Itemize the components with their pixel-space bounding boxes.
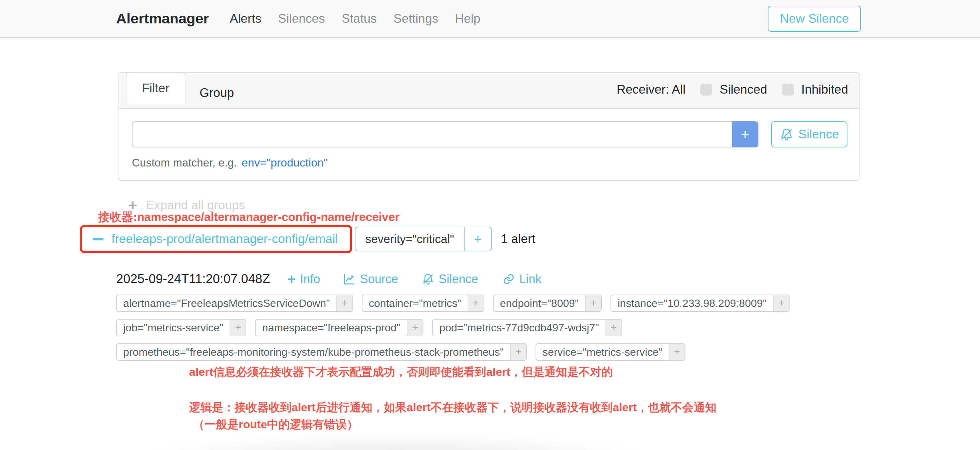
label-add-button[interactable]: + <box>407 320 423 336</box>
bell-slash-icon <box>780 127 794 141</box>
label-add-button[interactable]: + <box>606 320 622 336</box>
matcher-helper: Custom matcher, e.g. env="production" <box>132 156 848 169</box>
alert-header-row: 2025-09-24T11:20:07.048Z + Info Source S… <box>116 272 541 286</box>
filter-panel-header: Filter Group Receiver: All Silenced Inhi… <box>118 73 859 109</box>
label-tag: job="metrics-service" + <box>116 319 247 336</box>
alert-permalink[interactable]: Link <box>503 272 541 286</box>
source-label: Source <box>360 272 398 286</box>
alert-labels: alertname="FreeleapsMetricsServiceDown" … <box>116 295 789 368</box>
nav-alerts[interactable]: Alerts <box>230 12 261 26</box>
label-value: endpoint="8009" <box>494 295 585 311</box>
filter-panel-body: + Silence Custom matcher, e.g. env="prod… <box>118 109 859 169</box>
alert-count: 1 alert <box>501 232 536 246</box>
label-add-button[interactable]: + <box>230 320 246 336</box>
label-tag: endpoint="8009" + <box>493 295 602 312</box>
filter-tabs: Filter Group <box>126 73 248 108</box>
link-label: Link <box>519 272 541 286</box>
add-matcher-button[interactable]: + <box>732 121 759 147</box>
label-add-button[interactable]: + <box>669 344 685 360</box>
label-tag: alertname="FreeleapsMetricsServiceDown" … <box>116 295 353 312</box>
label-add-button[interactable]: + <box>585 295 601 311</box>
tab-group[interactable]: Group <box>185 78 248 108</box>
labels-row-2: job="metrics-service" + namespace="freel… <box>116 319 789 336</box>
matcher-input-group: + <box>132 121 759 147</box>
helper-example-link[interactable]: env="production" <box>242 156 328 169</box>
label-add-button[interactable]: + <box>468 295 484 311</box>
label-value: prometheus="freeleaps-monitoring-system/… <box>117 344 510 360</box>
main-content: Filter Group Receiver: All Silenced Inhi… <box>0 38 980 450</box>
alert-info-button[interactable]: + Info <box>288 272 320 286</box>
label-value: instance="10.233.98.209:8009" <box>611 295 773 311</box>
annotation-receiver-note: 接收器:namespace/altermanager-config-name/r… <box>98 209 399 225</box>
label-tag: service="metrics-service" + <box>536 343 686 361</box>
annotation-config-note: alert信息必须在接收器下才表示配置成功，否则即使能看到alert，但是通知是… <box>189 364 613 380</box>
nav-help[interactable]: Help <box>455 12 480 26</box>
helper-text: Custom matcher, e.g. <box>132 157 237 169</box>
top-navbar: Alertmanager Alerts Silences Status Sett… <box>0 0 980 38</box>
bell-slash-icon <box>422 273 434 285</box>
info-label: Info <box>300 272 320 286</box>
filter-header-controls: Receiver: All Silenced Inhibited <box>617 82 848 98</box>
silence-label: Silence <box>439 272 478 286</box>
receiver-filter-label[interactable]: Receiver: All <box>617 82 686 97</box>
link-icon <box>503 273 515 285</box>
label-tag: prometheus="freeleaps-monitoring-system/… <box>116 343 527 361</box>
group-add-matcher-button[interactable]: + <box>464 227 491 251</box>
alert-group-row: freeleaps-prod/alertmanager-config/email… <box>80 225 536 253</box>
receiver-group-toggle[interactable]: freeleaps-prod/alertmanager-config/email <box>80 225 352 253</box>
matcher-row: + Silence <box>132 121 848 147</box>
collapse-minus-icon <box>93 238 103 240</box>
label-value: container="metrics" <box>363 295 468 311</box>
filter-panel: Filter Group Receiver: All Silenced Inhi… <box>118 72 860 181</box>
inhibited-checkbox[interactable] <box>782 84 794 96</box>
annotation-route-note: （一般是route中的逻辑有错误） <box>193 417 358 432</box>
labels-row-1: alertname="FreeleapsMetricsServiceDown" … <box>116 295 789 312</box>
chart-line-icon <box>343 273 355 285</box>
labels-row-3: prometheus="freeleaps-monitoring-system/… <box>116 343 789 361</box>
silenced-checkbox[interactable] <box>700 84 712 96</box>
annotation-logic-note: 逻辑是：接收器收到alert后进行通知，如果alert不在接收器下，说明接收器没… <box>189 400 716 415</box>
nav-settings[interactable]: Settings <box>394 12 439 26</box>
alert-source-link[interactable]: Source <box>343 272 398 286</box>
new-silence-button[interactable]: New Silence <box>768 6 861 32</box>
alert-timestamp: 2025-09-24T11:20:07.048Z <box>116 272 270 286</box>
label-add-button[interactable]: + <box>773 295 789 311</box>
inhibited-toggle[interactable]: Inhibited <box>782 82 848 97</box>
label-value: namespace="freeleaps-prod" <box>256 320 407 336</box>
alert-silence-button[interactable]: Silence <box>422 272 478 286</box>
matcher-input[interactable] <box>132 121 732 147</box>
label-add-button[interactable]: + <box>336 295 352 311</box>
inhibited-label: Inhibited <box>801 82 848 97</box>
label-value: alertname="FreeleapsMetricsServiceDown" <box>117 295 336 311</box>
silence-button-label: Silence <box>798 127 839 141</box>
nav-status[interactable]: Status <box>342 12 377 26</box>
label-tag: pod="metrics-77d9cdb497-wdsj7" + <box>432 319 622 336</box>
receiver-group-name: freeleaps-prod/alertmanager-config/email <box>111 232 338 246</box>
main-nav: Alerts Silences Status Settings Help <box>230 12 480 26</box>
label-value: job="metrics-service" <box>117 320 230 336</box>
silenced-label: Silenced <box>720 82 767 97</box>
label-tag: container="metrics" + <box>362 295 484 312</box>
plus-icon: + <box>288 272 296 286</box>
tab-filter[interactable]: Filter <box>126 72 185 104</box>
group-matcher-group: severity="critical" + <box>355 227 492 251</box>
app-brand[interactable]: Alertmanager <box>116 10 209 27</box>
label-add-button[interactable]: + <box>510 344 526 360</box>
label-tag: instance="10.233.98.209:8009" + <box>611 295 789 312</box>
nav-silences[interactable]: Silences <box>278 12 325 26</box>
label-tag: namespace="freeleaps-prod" + <box>255 319 423 336</box>
group-matcher-label: severity="critical" <box>355 227 464 251</box>
silence-from-filter-button[interactable]: Silence <box>771 121 848 147</box>
label-value: service="metrics-service" <box>536 344 669 360</box>
silenced-toggle[interactable]: Silenced <box>700 82 767 97</box>
label-value: pod="metrics-77d9cdb497-wdsj7" <box>433 320 605 336</box>
